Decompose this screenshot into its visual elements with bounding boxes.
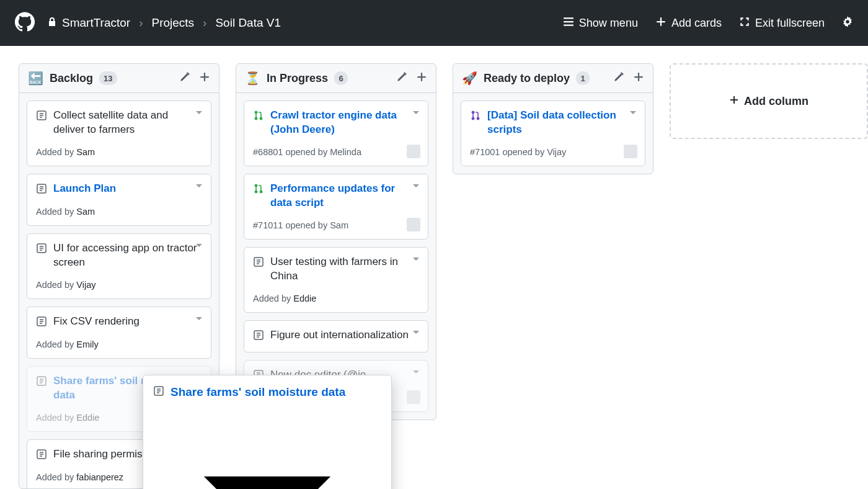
add-cards-button[interactable]: Add cards — [655, 16, 722, 30]
card[interactable]: Fix CSV renderingAdded by Emily — [27, 307, 211, 359]
card-menu-button[interactable] — [410, 107, 422, 121]
column-count-badge: 6 — [334, 71, 348, 85]
pull-request-icon — [253, 183, 264, 197]
card-meta: #68801 opened by Melinda — [253, 147, 419, 157]
card[interactable]: Launch PlanAdded by Sam — [27, 174, 211, 226]
breadcrumb-repo[interactable]: SmartTractor — [62, 16, 130, 30]
card-menu-button[interactable] — [193, 181, 205, 194]
card-meta: Added by Sam — [36, 147, 202, 157]
card-title: Crawl tractor engine data (John Deere) — [270, 109, 419, 137]
column-title: Ready to deploy — [484, 72, 570, 85]
column-count-badge: 1 — [576, 71, 590, 85]
fullscreen-icon — [739, 16, 750, 30]
plus-icon — [655, 16, 666, 30]
card-title: User testing with farmers in China — [270, 255, 419, 284]
column-title: In Progress — [267, 72, 328, 85]
exit-fullscreen-label: Exit fullscreen — [755, 17, 825, 30]
avatar — [407, 145, 420, 158]
exit-fullscreen-button[interactable]: Exit fullscreen — [739, 16, 825, 30]
add-column-button[interactable]: Add column — [670, 63, 868, 139]
show-menu-button[interactable]: Show menu — [563, 16, 638, 30]
edit-column-button[interactable] — [613, 71, 624, 85]
breadcrumb-separator-icon: › — [203, 16, 206, 30]
breadcrumb-separator-icon: › — [139, 16, 143, 30]
pull-request-icon — [253, 110, 264, 123]
card[interactable]: UI for accessing app on tractor screenAd… — [27, 233, 211, 299]
card-menu-button[interactable] — [410, 327, 422, 341]
note-icon — [36, 375, 47, 389]
edit-column-button[interactable] — [179, 71, 190, 85]
column: 🚀Ready to deploy1[Data] Soil data collec… — [453, 63, 653, 174]
card-title: Share farms' soil moisture data — [170, 384, 345, 400]
card[interactable]: Crawl tractor engine data (John Deere)#6… — [244, 101, 428, 166]
note-icon — [36, 183, 47, 197]
card[interactable]: Collect satellite data and deliver to fa… — [27, 101, 211, 166]
column-title: Backlog — [50, 72, 93, 85]
project-board: 🔙Backlog13Collect satellite data and del… — [0, 46, 868, 489]
top-bar: SmartTractor › Projects › Soil Data V1 S… — [0, 0, 868, 46]
column-emoji-icon: 🔙 — [28, 72, 43, 84]
note-icon — [36, 243, 47, 256]
add-card-button[interactable] — [199, 71, 210, 85]
menu-icon — [563, 16, 574, 30]
card-title: Launch Plan — [53, 182, 116, 196]
card[interactable]: [Data] Soil data collection scripts#7100… — [461, 101, 645, 166]
add-column-label: Add column — [744, 95, 808, 108]
card-menu-button[interactable] — [410, 367, 422, 380]
column-emoji-icon: 🚀 — [462, 72, 477, 84]
card-title: Figure out internationalization — [270, 328, 409, 343]
note-icon — [153, 385, 164, 399]
card-meta: #71011 opened by Sam — [253, 220, 419, 230]
card-title: Collect satellite data and deliver to fa… — [53, 109, 202, 137]
add-card-button[interactable] — [416, 71, 427, 85]
note-icon — [36, 316, 47, 330]
github-logo-icon[interactable] — [15, 12, 47, 34]
card-menu-button[interactable] — [193, 107, 205, 121]
card-menu-button[interactable] — [627, 107, 639, 121]
card-menu-button[interactable] — [193, 313, 205, 327]
card-title: Fix CSV rendering — [53, 315, 140, 329]
edit-column-button[interactable] — [396, 71, 407, 85]
card-meta: Added by Vijay — [36, 280, 202, 290]
avatar — [624, 145, 637, 158]
settings-button[interactable] — [842, 16, 853, 30]
column-count-badge: 13 — [99, 71, 117, 85]
note-icon — [36, 110, 47, 123]
avatar — [407, 390, 420, 404]
card-menu-button[interactable] — [193, 240, 205, 254]
show-menu-label: Show menu — [579, 17, 638, 30]
plus-icon — [729, 95, 739, 108]
card-meta: #71001 opened by Vijay — [470, 147, 636, 157]
card-meta: Added by Sam — [36, 207, 202, 217]
card[interactable]: Performance updates for data script#7101… — [244, 174, 428, 240]
card-title: Performance updates for data script — [270, 182, 419, 210]
card-menu-button[interactable] — [410, 254, 422, 267]
note-icon — [253, 256, 264, 270]
lock-icon — [47, 16, 57, 30]
note-icon — [36, 449, 47, 462]
card[interactable]: User testing with farmers in ChinaAdded … — [244, 247, 428, 313]
card-meta: Added by Eddie — [253, 294, 419, 303]
dragging-card[interactable]: Share farms' soil moisture data Added by… — [143, 375, 392, 489]
card-meta: Added by Emily — [36, 339, 202, 349]
add-card-button[interactable] — [633, 71, 644, 85]
column: ⏳In Progress6Crawl tractor engine data (… — [236, 63, 436, 420]
gear-icon — [842, 16, 853, 30]
breadcrumb-projects[interactable]: Projects — [151, 16, 194, 30]
add-cards-label: Add cards — [671, 17, 722, 30]
card[interactable]: Figure out internationalization — [244, 320, 428, 352]
card-title: [Data] Soil data collection scripts — [487, 109, 636, 137]
column-emoji-icon: ⏳ — [245, 72, 260, 84]
pull-request-icon — [470, 110, 481, 123]
breadcrumb-project[interactable]: Soil Data V1 — [215, 16, 281, 30]
note-icon — [253, 330, 264, 343]
card-menu-button[interactable] — [410, 181, 422, 194]
avatar — [407, 218, 420, 231]
breadcrumb: SmartTractor › Projects › Soil Data V1 — [47, 16, 281, 30]
card-title: UI for accessing app on tractor screen — [53, 241, 202, 270]
